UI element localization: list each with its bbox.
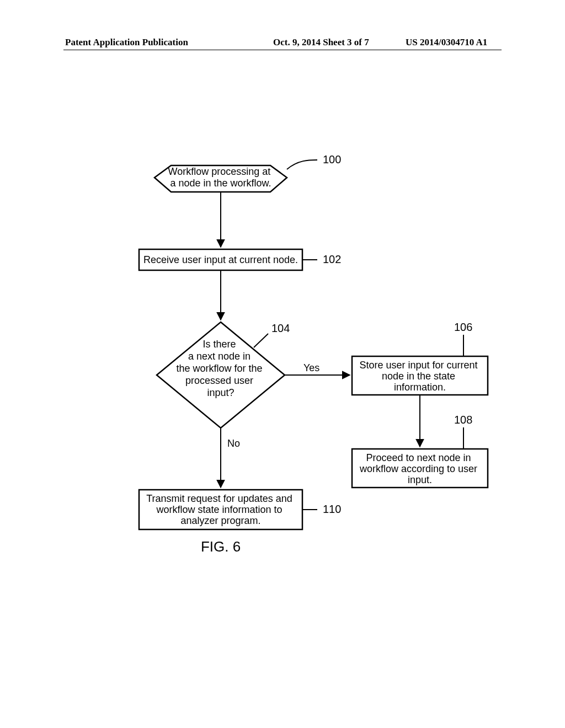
- page: Patent Application Publication Oct. 9, 2…: [0, 0, 565, 728]
- node-104: Is there a next node in the workflow for…: [157, 322, 290, 428]
- figure-label: FIG. 6: [201, 538, 241, 555]
- node-104-line2: a next node in: [188, 351, 250, 362]
- node-108-line1: Proceed to next node in: [366, 452, 471, 463]
- node-104-line3: the workflow for the: [176, 363, 262, 374]
- ref-106: 106: [454, 321, 472, 333]
- svg-text:Transmit request for updates a: Transmit request for updates and workflo…: [146, 493, 295, 526]
- flowchart-svg: Workflow processing at a node in the wor…: [0, 0, 565, 728]
- node-110-line3: analyzer program.: [180, 515, 260, 526]
- node-106-line2: node in the state: [382, 371, 455, 382]
- node-106: Store user input for current node in the…: [352, 321, 488, 395]
- node-106-line1: Store user input for current: [359, 360, 477, 371]
- node-110: Transmit request for updates and workflo…: [139, 490, 341, 529]
- node-100: Workflow processing at a node in the wor…: [154, 153, 341, 192]
- ref-100: 100: [323, 153, 341, 165]
- node-104-line4: processed user: [185, 375, 253, 386]
- node-110-line2: workflow state information to: [156, 504, 282, 515]
- node-100-line2: a node in the workflow.: [170, 178, 271, 189]
- edge-label-no: No: [227, 438, 240, 449]
- svg-text:Store user input for current
 : Store user input for current node in the…: [359, 360, 480, 393]
- node-102: Receive user input at current node. 102: [139, 249, 341, 270]
- node-104-line5: input?: [207, 387, 234, 398]
- ref-104: 104: [271, 322, 290, 334]
- node-110-line1: Transmit request for updates and: [146, 493, 292, 504]
- node-108-line2: workflow according to user: [359, 463, 477, 474]
- svg-text:Workflow processing at
       : Workflow processing at a node in the wor…: [168, 166, 274, 189]
- edge-label-yes: Yes: [303, 362, 319, 373]
- ref-110: 110: [323, 503, 341, 515]
- node-100-line1: Workflow processing at: [168, 166, 271, 177]
- svg-line-6: [254, 334, 268, 347]
- node-106-line3: information.: [394, 382, 446, 393]
- ref-108: 108: [454, 414, 472, 426]
- ref-102: 102: [323, 253, 341, 265]
- node-104-line1: Is there: [202, 339, 236, 350]
- node-108-line3: input.: [408, 474, 432, 485]
- svg-text:Proceed to next node in
      : Proceed to next node in workflow accordi…: [359, 452, 480, 485]
- node-102-text: Receive user input at current node.: [143, 254, 298, 265]
